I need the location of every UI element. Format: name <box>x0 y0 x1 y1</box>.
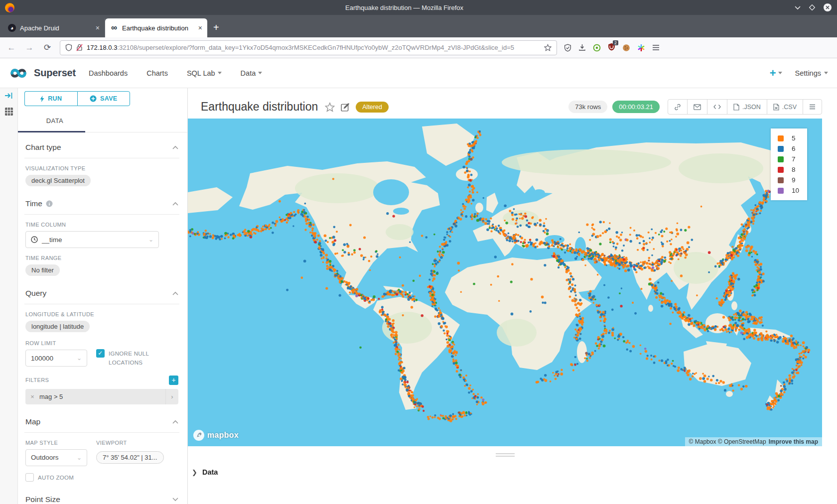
edit-pencil-icon[interactable] <box>341 103 350 112</box>
map-style-label: MAP STYLE <box>25 440 87 446</box>
link-icon <box>674 104 681 111</box>
map-attribution: © Mapbox © OpenStreetMap Improve this ma… <box>685 437 822 446</box>
filters-label: FILTERS <box>25 377 49 383</box>
nav-sql-lab[interactable]: SQL Lab <box>187 69 222 77</box>
expand-panel-icon[interactable] <box>4 92 13 99</box>
chevron-down-icon: ⌄ <box>77 355 82 362</box>
add-filter-button[interactable]: + <box>169 376 178 385</box>
plus-circle-icon <box>90 95 97 102</box>
time-range-value[interactable]: No filter <box>25 264 60 276</box>
data-results-toggle[interactable]: ❯ Data <box>192 468 218 476</box>
download-icon[interactable] <box>578 44 586 51</box>
tab-earthquake-distribution[interactable]: ∞ Earthquake distribution × <box>105 18 207 37</box>
maximize-icon[interactable] <box>809 4 815 10</box>
tab-close-icon[interactable]: × <box>96 24 100 32</box>
favorite-star-icon[interactable] <box>325 102 335 112</box>
filter-chip[interactable]: × mag > 5 › <box>25 389 178 404</box>
viz-type-value[interactable]: deck.gl Scatterplot <box>25 175 91 186</box>
export-json-button[interactable]: .JSON <box>727 100 767 114</box>
extension-pinwheel-icon[interactable] <box>637 44 645 52</box>
legend-swatch <box>778 167 784 173</box>
remove-filter-icon[interactable]: × <box>25 393 39 400</box>
tab-data[interactable]: DATA <box>24 117 85 125</box>
mapbox-logo[interactable]: mapbox <box>193 429 239 441</box>
altered-badge: Altered <box>356 102 389 113</box>
back-icon[interactable]: ← <box>6 43 17 53</box>
auto-zoom-checkbox[interactable] <box>25 473 34 482</box>
ignore-null-checkbox[interactable]: ✓ <box>96 349 105 358</box>
export-csv-button[interactable]: .CSV <box>767 100 803 114</box>
share-link-button[interactable] <box>668 100 688 114</box>
file-icon <box>733 104 739 111</box>
control-panel: RUN SAVE DATA Chart type VISUALIZATION T… <box>18 88 188 504</box>
tab-apache-druid[interactable]: ◕ Apache Druid × <box>3 18 105 37</box>
row-limit-label: ROW LIMIT <box>25 340 87 346</box>
superset-navbar: Superset Dashboards Charts SQL Lab Data … <box>0 58 837 88</box>
close-window-icon[interactable] <box>823 3 832 12</box>
rows-count-badge: 73k rows <box>568 101 607 113</box>
section-map[interactable]: Map <box>24 409 179 433</box>
browser-tab-bar: ◕ Apache Druid × ∞ Earthquake distributi… <box>0 15 837 37</box>
row-limit-select[interactable]: 100000 ⌄ <box>25 350 87 367</box>
superset-logo[interactable]: Superset <box>7 66 76 81</box>
section-chart-type[interactable]: Chart type <box>24 135 179 158</box>
chevron-right-icon[interactable]: › <box>165 389 178 404</box>
reload-icon[interactable]: ⟳ <box>42 42 53 53</box>
nav-dashboards[interactable]: Dashboards <box>89 69 128 77</box>
url-text: 172.18.0.3:32108/superset/explore/?form_… <box>87 44 540 51</box>
minimize-icon[interactable] <box>794 5 801 10</box>
new-tab-button[interactable]: + <box>213 22 219 33</box>
brand-name: Superset <box>34 67 76 79</box>
section-time[interactable]: Time <box>24 191 179 215</box>
forward-icon[interactable]: → <box>24 43 35 53</box>
bookmark-star-icon[interactable] <box>544 44 552 51</box>
nav-charts[interactable]: Charts <box>146 69 168 77</box>
window-titlebar: Earthquake distribution — Mozilla Firefo… <box>0 0 837 15</box>
clock-icon <box>31 236 38 243</box>
menu-hamburger-icon[interactable] <box>652 44 660 51</box>
chevron-up-icon <box>172 420 178 424</box>
earthquake-scatter-layer <box>188 119 822 446</box>
code-icon <box>713 104 721 110</box>
lonlat-value[interactable]: longitude | latitude <box>25 321 90 332</box>
chevron-up-icon <box>172 291 178 295</box>
dataset-icon-strip <box>0 88 18 504</box>
viz-type-label: VISUALIZATION TYPE <box>25 165 178 171</box>
datasource-grid-icon[interactable] <box>4 107 13 116</box>
chevron-up-icon <box>172 145 178 149</box>
chevron-down-icon <box>778 72 782 74</box>
privacy-badger-icon[interactable] <box>593 44 601 52</box>
deckgl-map[interactable]: 5 6 7 8 9 10 mapbox © Mapbox © OpenStree… <box>188 119 822 446</box>
time-column-select[interactable]: __time ⌄ <box>25 231 159 248</box>
auto-zoom-label: AUTO ZOOM <box>38 473 74 482</box>
legend-swatch <box>778 188 784 194</box>
chevron-down-icon <box>218 72 222 74</box>
panel-drag-handle[interactable] <box>496 453 515 458</box>
ublock-icon[interactable]: 2 <box>608 43 615 53</box>
cookie-icon[interactable] <box>622 44 630 52</box>
new-item-button[interactable]: + <box>770 67 782 80</box>
permissions-shield-icon[interactable] <box>65 44 72 51</box>
settings-menu[interactable]: Settings <box>795 69 828 77</box>
section-point-size[interactable]: Point Size <box>24 487 179 504</box>
legend-swatch <box>778 177 784 183</box>
nav-data[interactable]: Data <box>241 69 263 77</box>
insecure-lock-icon[interactable] <box>76 44 83 51</box>
druid-favicon-icon: ◕ <box>8 24 16 32</box>
run-button[interactable]: RUN <box>24 91 77 106</box>
chevron-down-icon: ⌄ <box>148 236 153 243</box>
browser-toolbar: ← → ⟳ 172.18.0.3:32108/superset/explore/… <box>0 37 837 58</box>
map-style-select[interactable]: Outdoors ⌄ <box>25 449 87 466</box>
chevron-down-icon <box>172 498 178 502</box>
embed-code-button[interactable] <box>707 100 727 114</box>
save-button[interactable]: SAVE <box>77 91 131 106</box>
improve-map-link[interactable]: Improve this map <box>769 438 818 445</box>
url-bar[interactable]: 172.18.0.3:32108/superset/explore/?form_… <box>60 40 557 55</box>
protection-shield-icon[interactable] <box>564 44 571 52</box>
viewport-value[interactable]: 7° 35' 54.02" | 31... <box>96 451 164 464</box>
chart-menu-button[interactable] <box>803 100 822 114</box>
chevron-up-icon <box>172 202 178 206</box>
section-query[interactable]: Query <box>24 281 179 304</box>
tab-close-icon[interactable]: × <box>198 24 202 32</box>
email-button[interactable] <box>688 100 707 114</box>
